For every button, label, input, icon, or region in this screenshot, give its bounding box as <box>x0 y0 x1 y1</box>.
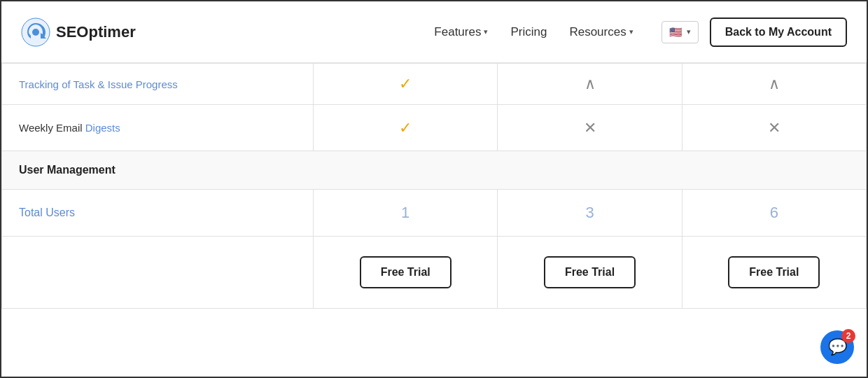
weekly-col3-cross: ✕ <box>682 105 866 151</box>
free-trial-col3-button[interactable]: Free Trial <box>728 256 820 288</box>
total-users-col1-value: 1 <box>314 190 498 237</box>
tracking-col3-caret: ∧ <box>682 64 866 105</box>
free-trial-col2-cell: Free Trial <box>498 237 682 309</box>
total-users-col2-value: 3 <box>498 190 682 237</box>
feature-label-total-users: Total Users <box>2 190 314 237</box>
svg-point-1 <box>32 29 39 36</box>
feature-label-tracking: Tracking of Task & Issue Progress <box>2 64 314 105</box>
table-row-total-users: Total Users 1 3 6 <box>2 190 867 237</box>
caret-up-icon: ∧ <box>584 75 596 92</box>
nav-resources[interactable]: Resources ▾ <box>569 25 633 39</box>
table-row-free-trial: Free Trial Free Trial Free Trial <box>2 237 867 309</box>
tracking-col2-caret: ∧ <box>498 64 682 105</box>
nav-features[interactable]: Features ▾ <box>434 25 488 39</box>
chevron-down-icon: ▾ <box>687 27 691 36</box>
logo-text: SEOptimer <box>56 23 136 41</box>
main-nav: Features ▾ Pricing Resources ▾ <box>434 25 633 39</box>
logo-area: SEOptimer <box>21 18 136 47</box>
chevron-down-icon: ▾ <box>629 27 634 36</box>
header: SEOptimer Features ▾ Pricing Resources ▾… <box>1 1 867 63</box>
language-selector[interactable]: 🇺🇸 ▾ <box>662 21 699 43</box>
feature-label-weekly: Weekly Email Digests <box>2 105 314 151</box>
caret-up-icon: ∧ <box>769 75 780 92</box>
free-trial-col1-cell: Free Trial <box>314 237 498 309</box>
table-row-user-management-header: User Management <box>2 151 867 190</box>
nav-pricing[interactable]: Pricing <box>510 25 547 39</box>
pricing-table: Tracking of Task & Issue Progress ✓ ∧ ∧ … <box>1 63 867 309</box>
section-header-label: User Management <box>2 151 867 190</box>
weekly-col1-check: ✓ <box>314 105 498 151</box>
checkmark-icon: ✓ <box>399 75 412 92</box>
chat-bubble-button[interactable]: 💬 2 <box>820 330 854 364</box>
chat-badge: 2 <box>841 329 855 343</box>
free-trial-empty-cell <box>2 237 314 309</box>
free-trial-col1-button[interactable]: Free Trial <box>360 256 451 288</box>
weekly-col2-cross: ✕ <box>498 105 682 151</box>
free-trial-col3-cell: Free Trial <box>682 237 866 309</box>
flag-icon: 🇺🇸 <box>669 26 682 38</box>
chevron-down-icon: ▾ <box>484 27 488 36</box>
free-trial-col2-button[interactable]: Free Trial <box>544 256 636 288</box>
back-to-account-button[interactable]: Back to My Account <box>710 18 847 47</box>
cross-icon: ✕ <box>768 119 780 136</box>
pricing-table-container: Tracking of Task & Issue Progress ✓ ∧ ∧ … <box>1 63 867 309</box>
tracking-col1-check: ✓ <box>314 64 498 105</box>
table-row-tracking: Tracking of Task & Issue Progress ✓ ∧ ∧ <box>2 64 867 105</box>
checkmark-icon: ✓ <box>399 119 412 136</box>
total-users-col3-value: 6 <box>682 190 866 237</box>
table-row-weekly: Weekly Email Digests ✓ ✕ ✕ <box>2 105 867 151</box>
logo-icon <box>21 18 50 47</box>
cross-icon: ✕ <box>584 119 596 136</box>
